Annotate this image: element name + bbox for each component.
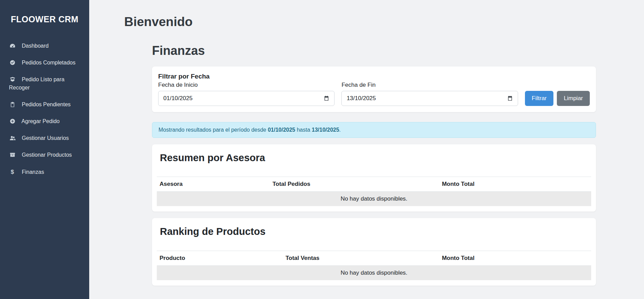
start-date-field: Fecha de Inicio 01/10/2025 <box>158 82 335 106</box>
calendar-icon[interactable] <box>507 95 513 101</box>
sidebar-item-pedidos-completados[interactable]: Pedidos Completados <box>0 54 89 71</box>
alert-text-middle: hasta <box>295 127 312 133</box>
sidebar-item-label: Pedidos Pendientes <box>22 101 70 107</box>
filter-title: Filtrar por Fecha <box>158 73 590 80</box>
clipboard-icon <box>9 100 16 108</box>
finanzas-section: Finanzas Filtrar por Fecha Fecha de Inic… <box>152 43 596 286</box>
column-header-monto-total: Monto Total <box>439 177 591 192</box>
box-open-icon <box>9 75 16 83</box>
start-date-input[interactable]: 01/10/2025 <box>158 91 335 106</box>
sidebar-item-pedidos-pendientes[interactable]: Pedidos Pendientes <box>0 96 89 113</box>
summary-title: Resumen por Asesora <box>160 152 591 164</box>
summary-table: Asesora Total Pedidos Monto Total No hay… <box>157 177 591 206</box>
archive-box-icon <box>9 151 16 159</box>
sidebar-item-agregar-pedido[interactable]: Agregar Pedido <box>0 113 89 130</box>
empty-message: No hay datos disponibles. <box>157 266 591 280</box>
alert-text-prefix: Mostrando resultados para el período des… <box>159 127 268 133</box>
ranking-table: Producto Total Ventas Monto Total No hay… <box>157 251 591 280</box>
end-date-field: Fecha de Fin 13/10/2025 <box>341 82 518 106</box>
empty-message: No hay datos disponibles. <box>157 192 591 206</box>
column-header-producto: Producto <box>157 251 283 266</box>
app-title: FLOOWER CRM <box>0 0 89 37</box>
users-icon <box>9 134 16 142</box>
end-date-input[interactable]: 13/10/2025 <box>341 91 518 106</box>
summary-empty-row: No hay datos disponibles. <box>157 192 591 206</box>
plus-circle-icon <box>9 117 16 125</box>
clear-button[interactable]: Limpiar <box>557 91 590 106</box>
check-circle-icon <box>9 59 16 67</box>
sidebar-item-label: Pedido Listo para Recoger <box>9 76 65 90</box>
sidebar-item-finanzas[interactable]: $ Finanzas <box>0 164 89 181</box>
filter-row: Fecha de Inicio 01/10/2025 Fecha de Fin … <box>158 82 590 106</box>
ranking-empty-row: No hay datos disponibles. <box>157 266 591 280</box>
column-header-monto-total: Monto Total <box>439 251 591 266</box>
sidebar-item-label: Agregar Pedido <box>22 118 60 124</box>
alert-end-date: 13/10/2025 <box>312 127 339 133</box>
filter-buttons: Filtrar Limpiar <box>525 91 590 106</box>
sidebar-item-label: Pedidos Completados <box>22 60 75 65</box>
app-window: FLOOWER CRM Dashboard Pedidos Completado… <box>0 0 644 299</box>
filter-button[interactable]: Filtrar <box>525 91 553 106</box>
section-title: Finanzas <box>152 43 596 58</box>
sidebar-item-label: Finanzas <box>22 169 44 175</box>
sidebar-item-dashboard[interactable]: Dashboard <box>0 37 89 54</box>
sidebar-item-pedido-listo[interactable]: Pedido Listo para Recoger <box>0 71 89 96</box>
results-alert: Mostrando resultados para el período des… <box>152 122 596 138</box>
sidebar: FLOOWER CRM Dashboard Pedidos Completado… <box>0 0 89 299</box>
dollar-icon: $ <box>9 168 16 177</box>
sidebar-item-gestionar-usuarios[interactable]: Gestionar Usuarios <box>0 130 89 146</box>
gauge-icon <box>9 42 16 50</box>
sidebar-item-label: Gestionar Productos <box>22 152 72 158</box>
alert-text-suffix: . <box>339 127 341 133</box>
sidebar-item-label: Gestionar Usuarios <box>22 135 69 141</box>
end-date-value: 13/10/2025 <box>347 95 376 102</box>
column-header-total-ventas: Total Ventas <box>283 251 439 266</box>
column-header-total-pedidos: Total Pedidos <box>270 177 439 192</box>
sidebar-menu: Dashboard Pedidos Completados Pedido Lis… <box>0 37 89 181</box>
ranking-title: Ranking de Productos <box>160 226 591 238</box>
column-header-asesora: Asesora <box>157 177 270 192</box>
page-title: Bienvenido <box>124 14 644 29</box>
ranking-card: Ranking de Productos Producto Total Vent… <box>152 218 596 286</box>
main-content: Bienvenido Finanzas Filtrar por Fecha Fe… <box>89 0 644 299</box>
alert-start-date: 01/10/2025 <box>268 127 295 133</box>
calendar-icon[interactable] <box>324 95 329 101</box>
ranking-header-row: Producto Total Ventas Monto Total <box>157 251 591 266</box>
start-date-label: Fecha de Inicio <box>158 82 335 88</box>
filter-card: Filtrar por Fecha Fecha de Inicio 01/10/… <box>152 67 596 112</box>
summary-card: Resumen por Asesora Asesora Total Pedido… <box>152 144 596 212</box>
summary-header-row: Asesora Total Pedidos Monto Total <box>157 177 591 192</box>
end-date-label: Fecha de Fin <box>341 82 518 88</box>
start-date-value: 01/10/2025 <box>163 95 192 102</box>
sidebar-item-gestionar-productos[interactable]: Gestionar Productos <box>0 146 89 163</box>
sidebar-item-label: Dashboard <box>22 43 48 49</box>
